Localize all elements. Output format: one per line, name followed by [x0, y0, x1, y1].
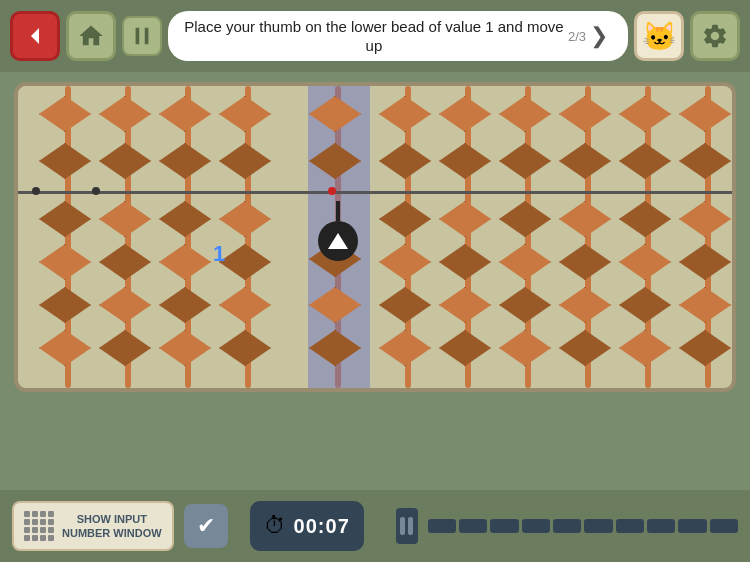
bead-lower-11-1[interactable]: [679, 201, 731, 237]
bead-lower-1-1[interactable]: [39, 201, 91, 237]
arrow-circle: [318, 221, 358, 261]
bead-upper-10-2[interactable]: [619, 143, 671, 179]
bead-lower-10-4[interactable]: [619, 330, 671, 366]
svg-rect-1: [136, 28, 140, 45]
bead-lower-2-2[interactable]: [99, 244, 151, 280]
cat-button[interactable]: 🐱: [634, 11, 684, 61]
bead-lower-4-4[interactable]: [219, 330, 271, 366]
bead-lower-10-2[interactable]: [619, 244, 671, 280]
bead-lower-7-3[interactable]: [439, 287, 491, 323]
bead-lower-4-3[interactable]: [219, 287, 271, 323]
instruction-box: Place your thumb on the lower bead of va…: [168, 11, 628, 61]
bead-lower-2-1[interactable]: [99, 201, 151, 237]
bead-upper-2-2[interactable]: [99, 143, 151, 179]
bead-upper-8-1[interactable]: [499, 96, 551, 132]
bead-upper-6-1[interactable]: [379, 96, 431, 132]
bead-lower-7-4[interactable]: [439, 330, 491, 366]
settings-button[interactable]: [690, 11, 740, 61]
prog-dot-3: [490, 519, 518, 533]
progress-label: 2/3: [568, 29, 586, 44]
bead-lower-10-3[interactable]: [619, 287, 671, 323]
bead-lower-9-1[interactable]: [559, 201, 611, 237]
bead-lower-6-4[interactable]: [379, 330, 431, 366]
prog-dot-2: [459, 519, 487, 533]
bead-upper-11-2[interactable]: [679, 143, 731, 179]
progress-bar: [428, 519, 738, 533]
arrow-stem: [336, 201, 340, 221]
bead-lower-1-2[interactable]: [39, 244, 91, 280]
bead-lower-11-2[interactable]: [679, 244, 731, 280]
bead-upper-3-1[interactable]: [159, 96, 211, 132]
bead-lower-10-1[interactable]: [619, 201, 671, 237]
bead-upper-7-2[interactable]: [439, 143, 491, 179]
bead-upper-4-2[interactable]: [219, 143, 271, 179]
bead-lower-3-3[interactable]: [159, 287, 211, 323]
bead-lower-6-2[interactable]: [379, 244, 431, 280]
abacus-container: 1: [14, 82, 736, 392]
bead-lower-2-4[interactable]: [99, 330, 151, 366]
divider-line: [18, 191, 732, 194]
toolbar: Place your thumb on the lower bead of va…: [0, 0, 750, 72]
bead-upper-6-2[interactable]: [379, 143, 431, 179]
bead-lower-4-1[interactable]: [219, 201, 271, 237]
bead-lower-8-3[interactable]: [499, 287, 551, 323]
bead-upper-5-2[interactable]: [309, 143, 361, 179]
bead-lower-8-2[interactable]: [499, 244, 551, 280]
bead-upper-1-1[interactable]: [39, 96, 91, 132]
grid-icon: [24, 511, 54, 541]
home-button[interactable]: [66, 11, 116, 61]
prog-dot-9: [678, 519, 706, 533]
pause-indicator: [396, 508, 418, 544]
divider-dot-2: [92, 187, 100, 195]
prog-dot-6: [584, 519, 612, 533]
divider-dot-1: [32, 187, 40, 195]
bead-upper-2-1[interactable]: [99, 96, 151, 132]
arrow-up-icon: [328, 233, 348, 249]
bead-upper-7-1[interactable]: [439, 96, 491, 132]
bead-lower-7-1[interactable]: [439, 201, 491, 237]
next-button[interactable]: ❯: [586, 23, 612, 49]
bead-lower-8-4[interactable]: [499, 330, 551, 366]
bead-lower-5-2[interactable]: [309, 287, 361, 323]
bead-upper-5-1[interactable]: [309, 96, 361, 132]
bottom-bar: SHOW INPUT NUMBER WINDOW ✔ ⏱ 00:07: [0, 490, 750, 562]
bead-lower-7-2[interactable]: [439, 244, 491, 280]
bead-upper-11-1[interactable]: [679, 96, 731, 132]
bead-lower-11-4[interactable]: [679, 330, 731, 366]
bead-upper-8-2[interactable]: [499, 143, 551, 179]
prog-dot-7: [616, 519, 644, 533]
bead-lower-8-1[interactable]: [499, 201, 551, 237]
bead-lower-3-1[interactable]: [159, 201, 211, 237]
bead-lower-11-3[interactable]: [679, 287, 731, 323]
bead-lower-1-4[interactable]: [39, 330, 91, 366]
bead-lower-2-3[interactable]: [99, 287, 151, 323]
bead-upper-1-2[interactable]: [39, 143, 91, 179]
bead-lower-1-3[interactable]: [39, 287, 91, 323]
number-label: 1: [213, 241, 225, 267]
show-input-text: SHOW INPUT NUMBER WINDOW: [62, 512, 162, 541]
check-button[interactable]: ✔: [184, 504, 228, 548]
prog-dot-8: [647, 519, 675, 533]
bead-lower-9-3[interactable]: [559, 287, 611, 323]
pause-button[interactable]: [122, 16, 162, 56]
instruction-text: Place your thumb on the lower bead of va…: [184, 17, 564, 56]
svg-marker-0: [31, 28, 39, 44]
arrow-indicator: [318, 201, 358, 261]
bead-lower-9-2[interactable]: [559, 244, 611, 280]
abacus-frame: 1: [18, 86, 732, 388]
bead-upper-10-1[interactable]: [619, 96, 671, 132]
bead-upper-3-2[interactable]: [159, 143, 211, 179]
bead-upper-9-1[interactable]: [559, 96, 611, 132]
prog-dot-5: [553, 519, 581, 533]
bead-lower-5-3[interactable]: [309, 330, 361, 366]
bead-upper-4-1[interactable]: [219, 96, 271, 132]
bead-lower-4-2[interactable]: [219, 244, 271, 280]
back-button[interactable]: [10, 11, 60, 61]
bead-lower-6-3[interactable]: [379, 287, 431, 323]
show-input-button[interactable]: SHOW INPUT NUMBER WINDOW: [12, 501, 174, 551]
bead-upper-9-2[interactable]: [559, 143, 611, 179]
bead-lower-3-4[interactable]: [159, 330, 211, 366]
bead-lower-6-1[interactable]: [379, 201, 431, 237]
bead-lower-3-2[interactable]: [159, 244, 211, 280]
bead-lower-9-4[interactable]: [559, 330, 611, 366]
